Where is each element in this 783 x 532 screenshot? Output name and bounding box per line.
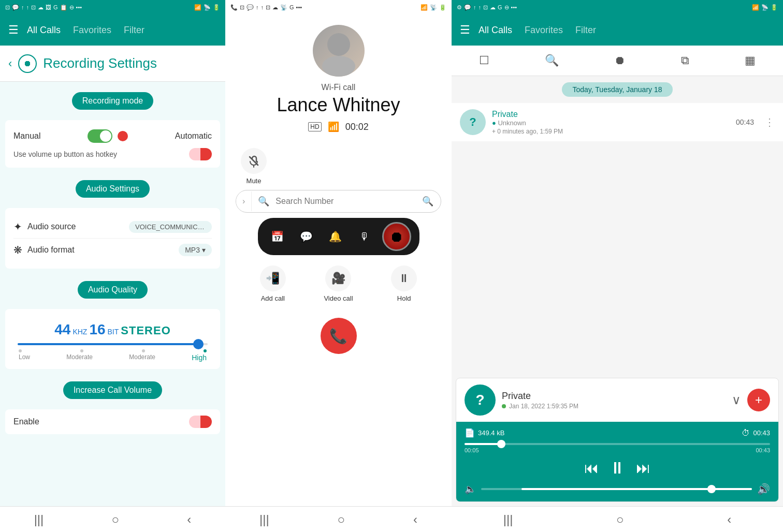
record-button[interactable]: ⏺ <box>382 222 411 251</box>
mic-off-button[interactable]: 🎙 <box>353 225 376 248</box>
vm-icon: ⊡ <box>240 4 244 11</box>
back-gesture-icon[interactable]: ||| <box>34 512 44 527</box>
caller-status-text: Unknown <box>498 119 526 127</box>
search-icon-left[interactable]: 🔍 <box>252 190 276 212</box>
caller-name: Private <box>492 110 730 119</box>
back-gesture-icon2[interactable]: ||| <box>259 512 269 527</box>
copy-button[interactable]: ⧉ <box>675 52 695 69</box>
cloud2-icon: ☁ <box>490 4 496 11</box>
recording-settings-panel: ⊡ 💬 ↑ ↑ ⊡ ☁ 🖼 G 📋 ⊖ ••• 📶 📡 🔋 ☰ All Call… <box>0 0 225 532</box>
record-icon: ⏺ <box>18 54 37 73</box>
toggle-dot <box>118 131 128 141</box>
msg-icon2: 💬 <box>464 4 471 11</box>
bell-button[interactable]: 🔔 <box>324 225 347 248</box>
tab-all-calls-p3[interactable]: All Calls <box>479 25 512 36</box>
playback-buttons: ⏮ ⏸ ⏭ <box>465 459 770 478</box>
quality-slider[interactable]: Low Moderate Moderate High <box>13 341 212 362</box>
back-button[interactable]: ‹ <box>8 57 12 70</box>
quality-khz: 44 <box>54 321 70 338</box>
search-icon-right[interactable]: 🔍 <box>415 190 441 212</box>
img-icon: 🖼 <box>46 4 51 10</box>
grid-button[interactable]: ▦ <box>738 52 762 69</box>
tab-filter-p3[interactable]: Filter <box>575 25 596 36</box>
file-icon: 📄 <box>465 428 475 438</box>
video-call-button[interactable]: 🎥 Video call <box>324 265 353 302</box>
upload4-icon: ↑ <box>479 4 482 10</box>
menu-icon[interactable]: ☰ <box>8 23 19 37</box>
search-button[interactable]: 🔍 <box>539 52 565 69</box>
audio-quality-card: 44 KHZ 16 BIT STEREO Low <box>5 309 220 369</box>
audio-source-value[interactable]: VOICE_COMMUNICATIO <box>129 221 212 233</box>
phone-icon: 📞 <box>230 4 238 11</box>
tab-favorites-p3[interactable]: Favorites <box>525 25 563 36</box>
upload-icon: ↑ <box>21 4 24 10</box>
voicemail-icon: ⊡ <box>5 4 10 11</box>
player-datetime: Jan 18, 2022 1:59:35 PM <box>509 403 578 410</box>
checkbox-button[interactable]: ☐ <box>473 52 496 69</box>
call-menu-button[interactable]: ⋮ <box>764 116 775 128</box>
dot-low <box>19 349 22 352</box>
pause-button[interactable]: ⏸ <box>609 459 626 478</box>
volume-track[interactable] <box>481 488 752 490</box>
player-duration: 00:43 <box>753 429 770 437</box>
unknown-dot: ● <box>492 119 496 127</box>
search-bar: › 🔍 🔍 <box>236 190 441 213</box>
menu2-icon[interactable]: ☰ <box>460 23 470 37</box>
audio-format-label: Audio format <box>27 245 75 255</box>
audio-format-row: ❋ Audio format MP3 ▾ <box>13 239 212 261</box>
audio-format-select[interactable]: MP3 ▾ <box>179 244 212 256</box>
home-icon2[interactable]: ○ <box>338 512 345 527</box>
settings-header: ‹ ⏺ Recording Settings <box>0 46 225 82</box>
label-high: High <box>192 353 207 362</box>
call-history-panel: ⚙ 💬 ↑ ↑ ⊡ ☁ G ⊖ ••• 📶 📡 🔋 ☰ All Calls Fa… <box>452 0 783 532</box>
minus-icon: ⊖ <box>69 4 74 11</box>
avatar-image <box>313 25 365 77</box>
player-avatar-text: ? <box>475 392 484 408</box>
mute-icon <box>241 148 267 174</box>
home-icon3[interactable]: ○ <box>616 512 624 527</box>
recent-icon[interactable]: ‹ <box>187 512 191 527</box>
player-chevron[interactable]: ∨ <box>732 393 741 407</box>
calendar-button[interactable]: 📅 <box>266 225 289 248</box>
active-call-panel: 📞 ⊡ 💬 ↑ ↑ ⊡ ☁ 📡 G ••• 📶 📡 🔋 <box>225 0 452 532</box>
search-input[interactable] <box>276 191 415 211</box>
recent-icon2[interactable]: ‹ <box>413 512 417 527</box>
wifi-call-icon: 📶 <box>328 121 339 132</box>
svg-point-0 <box>327 33 350 56</box>
message-button[interactable]: 💬 <box>295 225 318 248</box>
call-info: Private ● Unknown + 0 minutes ago, 1:59 … <box>492 110 730 135</box>
hotkey-toggle[interactable] <box>189 148 212 160</box>
tab-filter[interactable]: Filter <box>124 25 144 36</box>
slider-fill <box>18 343 198 345</box>
forward-button[interactable]: ⏭ <box>636 460 650 477</box>
audio-format-value: MP3 <box>185 246 200 254</box>
vol-thumb[interactable] <box>707 485 716 493</box>
player-add-button[interactable]: + <box>747 389 770 411</box>
home-icon[interactable]: ○ <box>112 512 120 527</box>
audio-source-card: ✦ Audio source VOICE_COMMUNICATIO ❋ Audi… <box>5 208 220 269</box>
progress-bar[interactable] <box>465 443 770 445</box>
enable-row: Enable <box>5 409 220 434</box>
back-gesture-icon3[interactable]: ||| <box>503 512 513 527</box>
rewind-button[interactable]: ⏮ <box>584 460 599 477</box>
recent-icon3[interactable]: ‹ <box>727 512 731 527</box>
add-call-button[interactable]: 📲 Add call <box>260 265 286 302</box>
tab-all-calls[interactable]: All Calls <box>27 25 61 36</box>
expand-icon[interactable]: › <box>236 191 252 211</box>
slider-track[interactable] <box>18 343 208 345</box>
hold-button[interactable]: ⏸ Hold <box>391 265 417 302</box>
signal2-icon: 📡 <box>430 4 437 11</box>
manual-auto-toggle[interactable] <box>88 129 112 143</box>
status-bar-p2: 📞 ⊡ 💬 ↑ ↑ ⊡ ☁ 📡 G ••• 📶 📡 🔋 <box>225 0 452 14</box>
enable-toggle[interactable] <box>189 416 212 428</box>
slider-thumb[interactable] <box>193 339 204 349</box>
end-call-icon: 📞 <box>329 328 347 345</box>
progress-thumb[interactable] <box>497 440 505 448</box>
vm2-icon: ⊡ <box>266 4 270 11</box>
action-toolbar: 📅 💬 🔔 🎙 ⏺ <box>258 218 419 255</box>
tab-favorites[interactable]: Favorites <box>73 25 111 36</box>
bottom-nav-p2: ||| ○ ‹ <box>225 506 452 532</box>
record-toolbar-button[interactable]: ⏺ <box>608 52 632 69</box>
end-call-button[interactable]: 📞 <box>321 318 357 354</box>
mute-button[interactable]: Mute <box>241 148 267 185</box>
